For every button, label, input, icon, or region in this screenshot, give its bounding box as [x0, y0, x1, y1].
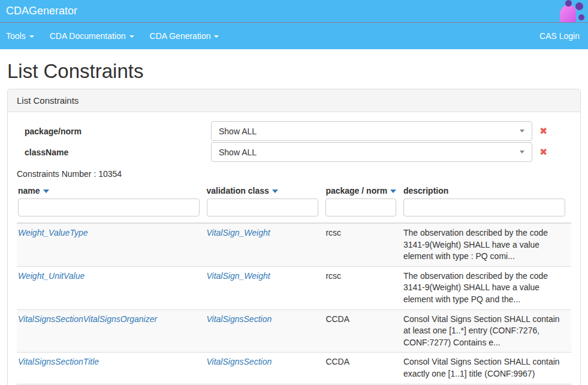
- validation-class-link[interactable]: VitalSignsSection: [207, 314, 272, 324]
- sort-caret-icon: [272, 190, 278, 193]
- constraints-table: name validation class package / norm des…: [17, 185, 571, 385]
- description-cell: Consol Vital Signs Section SHALL contain…: [403, 357, 560, 378]
- column-header-package-norm[interactable]: package / norm: [324, 185, 402, 198]
- description-filter-input[interactable]: [403, 198, 565, 216]
- package-cell: rcsc: [325, 228, 341, 237]
- table-row: VitalSignsSectionTitle VitalSignsSection…: [17, 353, 571, 384]
- description-cell: The observation described by the code 31…: [403, 271, 548, 304]
- cas-login-link[interactable]: CAS Login: [532, 31, 580, 41]
- package-cell: CCDA: [325, 357, 349, 366]
- table-header-row: name validation class package / norm des…: [17, 185, 571, 198]
- app-logo: [557, 0, 588, 22]
- validation-class-link[interactable]: VitalSign_Weight: [207, 228, 270, 237]
- select-value: Show ALL: [219, 148, 257, 157]
- list-constraints-panel: List Constraints package/norm Show ALL ✖…: [7, 89, 581, 385]
- name-filter-input[interactable]: [18, 198, 200, 216]
- package-cell: rcsc: [325, 271, 341, 281]
- page-title: List Constraints: [7, 60, 581, 83]
- filter-row-package-norm: package/norm Show ALL ✖: [17, 121, 571, 141]
- column-header-validation-class[interactable]: validation class: [206, 185, 325, 198]
- constraint-name-link[interactable]: Weight_UnitValue: [18, 271, 85, 281]
- nav-item-label: Tools: [6, 31, 26, 41]
- top-brand-bar: CDAGenerator: [0, 0, 588, 23]
- panel-body: package/norm Show ALL ✖ className Show A…: [8, 112, 580, 385]
- caret-down-icon: [29, 35, 34, 38]
- column-label: description: [403, 186, 448, 195]
- constraints-count: Constraints Number : 10354: [17, 169, 571, 179]
- clear-package-norm-icon[interactable]: ✖: [539, 127, 547, 136]
- clear-classname-icon[interactable]: ✖: [539, 148, 547, 157]
- constraint-name-link[interactable]: Weight_ValueType: [18, 228, 88, 237]
- table-filter-row: [17, 198, 571, 223]
- constraint-name-link[interactable]: VitalSignsSectionTitle: [18, 357, 99, 366]
- panel-heading: List Constraints: [8, 89, 580, 112]
- nav-item-label: CDA Documentation: [50, 31, 126, 41]
- package-cell: CCDA: [325, 314, 349, 324]
- chevron-down-icon: [520, 130, 524, 133]
- description-cell: The observation described by the code 31…: [403, 228, 548, 261]
- package-norm-label: package/norm: [17, 127, 211, 136]
- nav-item-label: CDA Generation: [150, 31, 211, 41]
- nav-item-cda-documentation[interactable]: CDA Documentation: [42, 31, 142, 41]
- classname-label: className: [17, 148, 211, 157]
- constraint-name-link[interactable]: VitalSignsSectionVitalSignsOrganizer: [18, 314, 157, 324]
- app-brand[interactable]: CDAGenerator: [0, 5, 77, 17]
- nav-item-tools[interactable]: Tools: [6, 31, 42, 41]
- nav-item-cda-generation[interactable]: CDA Generation: [142, 31, 227, 41]
- page-container: List Constraints List Constraints packag…: [0, 60, 588, 385]
- classname-select[interactable]: Show ALL: [211, 142, 532, 162]
- validation-class-link[interactable]: VitalSign_Weight: [207, 271, 270, 281]
- logo-dot-icon: [578, 14, 584, 20]
- table-row: Weight_UnitValue VitalSign_Weight rcsc T…: [17, 266, 571, 309]
- description-cell: Consol Vital Signs Section SHALL contain…: [403, 314, 560, 347]
- table-row: Weight_ValueType VitalSign_Weight rcsc T…: [17, 223, 571, 266]
- package-norm-filter-input[interactable]: [325, 198, 396, 216]
- caret-down-icon: [214, 35, 219, 38]
- caret-down-icon: [129, 35, 134, 38]
- select-value: Show ALL: [219, 127, 257, 136]
- column-header-description: description: [402, 185, 571, 198]
- filter-row-classname: className Show ALL ✖: [17, 142, 571, 162]
- logo-blob-shape: [560, 5, 576, 22]
- validation-class-filter-input[interactable]: [207, 198, 319, 216]
- sort-caret-icon: [390, 190, 396, 193]
- column-label: name: [18, 186, 40, 195]
- logo-dot-icon: [575, 2, 583, 10]
- package-norm-select[interactable]: Show ALL: [211, 121, 532, 141]
- column-label: validation class: [207, 186, 269, 195]
- chevron-down-icon: [520, 151, 524, 154]
- validation-class-link[interactable]: VitalSignsSection: [207, 357, 272, 366]
- column-header-name[interactable]: name: [17, 185, 206, 198]
- table-row: VitalSignsSectionVitalSignsOrganizer Vit…: [17, 309, 571, 353]
- cas-login-label: CAS Login: [539, 31, 580, 41]
- logo-dot-icon: [565, 0, 572, 7]
- column-label: package / norm: [325, 186, 387, 195]
- sort-caret-icon: [43, 190, 49, 193]
- main-navbar: Tools CDA Documentation CDA Generation C…: [0, 23, 588, 49]
